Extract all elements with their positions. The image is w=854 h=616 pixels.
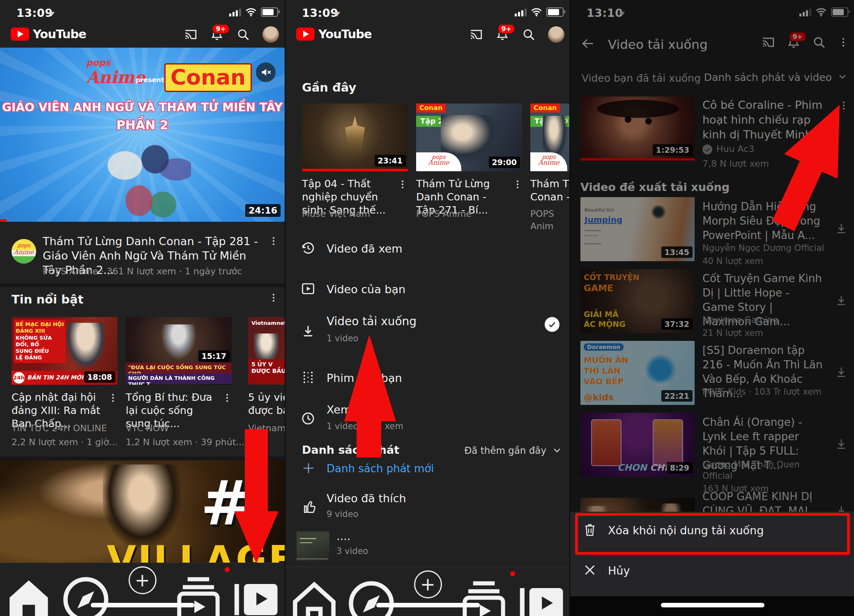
playlists-sort[interactable]: Đã thêm gần đây — [464, 445, 546, 456]
recent-1-kebab-icon[interactable] — [397, 179, 408, 190]
news-views-2: 1,2 N lượt xem · 39 phút... — [126, 436, 244, 448]
menu-your-movies[interactable]: Phim của bạn — [327, 372, 402, 384]
home-icon — [285, 573, 343, 616]
mute-icon[interactable] — [256, 62, 276, 82]
recent-thumb-3[interactable]: Conan Tập 270 pops Anime — [530, 103, 570, 171]
candelabra — [345, 116, 365, 155]
player-title-line1: GIÁO VIÊN ANH NGỮ VÀ THÁM TỬ MIỀN TÂY — [0, 101, 285, 114]
downloads-icon — [300, 324, 316, 339]
cast-icon[interactable] — [469, 28, 483, 41]
youtube-logo[interactable]: YouTube — [11, 27, 86, 41]
youtube-play-icon — [11, 28, 29, 41]
playlists-header: Danh sách phát — [302, 444, 399, 456]
news-kebab-icon[interactable] — [268, 292, 279, 303]
player-characters — [97, 142, 191, 220]
nav-explore[interactable]: Khám phá — [343, 573, 400, 616]
news-title-3[interactable]: 5 ủy viên Tđược bầu v — [248, 391, 285, 417]
news-1-kebab-icon[interactable] — [108, 393, 118, 403]
menu-watch-later-count: 1 video chưa xem — [327, 421, 403, 431]
search-icon[interactable] — [236, 28, 250, 41]
nav-subscriptions[interactable]: Kênh đăng ký — [455, 573, 513, 616]
presents-text: presents — [136, 76, 168, 84]
nav-explore[interactable]: Khám phá — [57, 569, 115, 616]
status-icons — [229, 7, 278, 17]
modal-scrim[interactable] — [570, 0, 854, 512]
news-channel-1: TIN TỨC 24H ONLINE — [12, 422, 107, 434]
nav-library[interactable]: Thư viện — [227, 569, 285, 616]
nav-subscriptions[interactable]: Kênh đăng ký — [170, 569, 227, 616]
village-face — [103, 464, 181, 547]
nav-library[interactable]: Thư viện — [513, 573, 570, 616]
recent-channel-3: POPS Anim — [530, 208, 570, 232]
playlist-2[interactable]: .... — [336, 530, 350, 542]
playlist-2-count: 3 video — [336, 546, 368, 556]
menu-downloads[interactable]: Video tải xuống — [327, 315, 417, 328]
status-bar-left: 13:09 ➤ — [0, 0, 285, 23]
menu-watch-later[interactable]: Xem sau — [327, 403, 375, 416]
video-player[interactable]: popsAnime presents Conan GIÁO VIÊN ANH N… — [0, 48, 285, 222]
conan-logo: Conan — [164, 63, 252, 92]
recent-thumb-2[interactable]: Conan Tập 271 pops Anime 29:00 — [416, 103, 522, 171]
news-channel-3: Vietnamne — [248, 422, 285, 434]
youtube-wordmark: YouTube — [33, 27, 86, 41]
recent-thumb-1[interactable]: 23:41 — [302, 103, 408, 171]
youtube-header: YouTube 9+ — [285, 23, 570, 48]
new-playlist-plus-icon — [301, 461, 316, 476]
recent-2-kebab-icon[interactable] — [512, 179, 523, 190]
nav-home[interactable]: Trang chủ — [285, 573, 343, 616]
village-hash: # — [200, 468, 252, 539]
news-thumb-1-person — [66, 323, 105, 368]
home-indicator — [91, 603, 194, 607]
cancel-button[interactable]: Hủy — [608, 564, 630, 577]
history-icon — [300, 240, 316, 256]
clock: 13:09 — [16, 7, 53, 19]
watch-later-icon — [300, 411, 316, 426]
avatar[interactable] — [548, 26, 564, 43]
recent-title-3[interactable]: Thám Tử LConan - Tậ — [530, 177, 570, 204]
subscriptions-icon — [455, 573, 513, 616]
news-views-1: 2,2 N lượt xem · 1 giờ... — [12, 436, 117, 448]
news-thumb-2-person — [161, 324, 196, 360]
notifications-icon[interactable]: 9+ — [495, 28, 509, 41]
player-duration: 24:16 — [245, 204, 281, 217]
home-icon — [0, 569, 58, 616]
bottom-nav-mid: Trang chủ Khám phá + Kênh đăng ký Thư vi… — [285, 567, 570, 616]
menu-history[interactable]: Video đã xem — [327, 242, 403, 255]
avatar[interactable] — [262, 26, 279, 43]
youtube-logo[interactable]: YouTube — [296, 27, 372, 41]
nav-home[interactable]: Trang chủ — [0, 569, 58, 616]
playlist-liked[interactable]: Video đã thích — [327, 492, 406, 505]
create-button[interactable]: + — [414, 570, 442, 598]
youtube-header: YouTube 9+ — [0, 23, 285, 48]
create-button[interactable]: + — [129, 566, 157, 594]
panel-home: 13:09 ➤ YouTube 9+ — [0, 0, 285, 616]
channel-avatar[interactable]: pops Anime — [12, 239, 36, 264]
home-indicator — [661, 603, 764, 607]
liked-videos-icon — [302, 499, 318, 515]
notifications-icon[interactable]: 9+ — [210, 28, 224, 41]
signal-icon — [229, 8, 241, 16]
your-movies-icon — [300, 370, 316, 385]
menu-downloads-count: 1 video — [327, 333, 358, 343]
battery-icon — [546, 7, 564, 17]
new-playlist-button[interactable]: Danh sách phát mới — [327, 462, 434, 475]
youtube-wordmark: YouTube — [318, 27, 372, 41]
village-thumb[interactable]: # VILLAGE — [0, 460, 285, 563]
cast-icon[interactable] — [184, 28, 198, 41]
playlist-2-thumb[interactable] — [297, 531, 329, 561]
library-icon — [227, 569, 285, 616]
notification-badge: 9+ — [497, 24, 515, 34]
compass-icon — [57, 569, 115, 616]
search-icon[interactable] — [522, 28, 536, 41]
news-thumb-1[interactable]: BẾ MẠC ĐẠI HỘI ĐẢNG XIII KHÔNG SỬAĐỔI, B… — [12, 317, 117, 385]
video-kebab-icon[interactable] — [268, 236, 279, 246]
news-thumb-3[interactable]: Vietnamnet 5 ỦY VĐƯỢC BẦU V — [248, 317, 285, 385]
news-thumb-2[interactable]: "ĐƯA LẠI CUỘC SỐNG SUNG TÚC CHO NGƯỜI DÂ… — [126, 317, 232, 385]
player-progress — [0, 219, 7, 222]
home-indicator — [376, 603, 480, 607]
chevron-down-icon — [551, 444, 563, 456]
wifi-icon — [245, 8, 257, 17]
news-section-title: Tin nổi bật — [12, 292, 83, 306]
menu-your-videos[interactable]: Video của bạn — [327, 283, 405, 296]
news-2-kebab-icon[interactable] — [222, 393, 232, 403]
